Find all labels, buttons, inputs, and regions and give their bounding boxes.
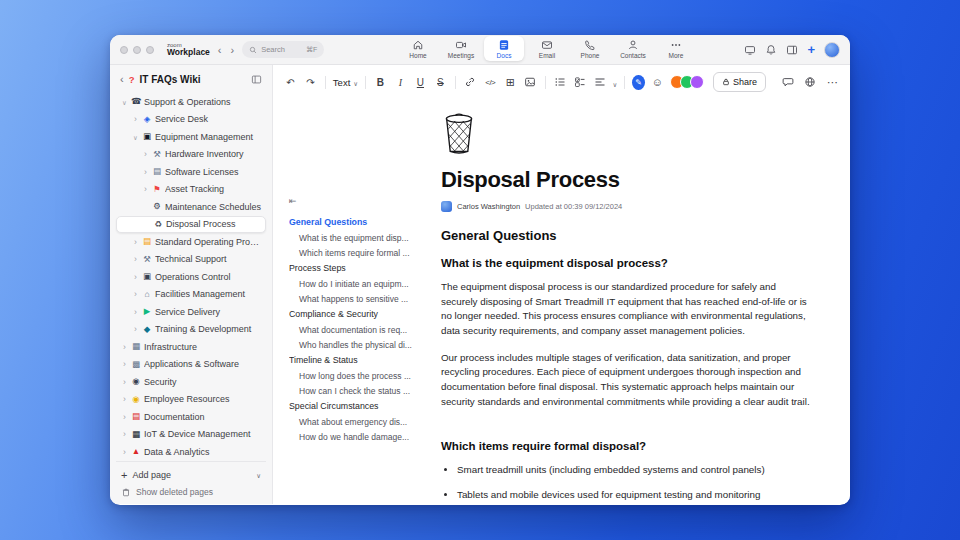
collaborator-avatar[interactable]	[690, 75, 704, 89]
nav-forward-button[interactable]	[230, 44, 236, 56]
sidebar-item-service-delivery[interactable]: ▶ Service Delivery	[116, 303, 266, 320]
sidebar-item-software-licenses[interactable]: ▤ Software Licenses	[116, 163, 266, 180]
maximize-button[interactable]	[146, 46, 154, 54]
align-icon[interactable]	[593, 74, 608, 90]
tab-meetings[interactable]: Meetings	[441, 36, 481, 61]
image-icon[interactable]	[523, 74, 538, 90]
outline-section-link[interactable]: Timeline & Status	[289, 352, 431, 368]
italic-button[interactable]: I	[393, 74, 408, 90]
more-options-icon[interactable]	[825, 74, 840, 90]
chevron-right-icon[interactable]	[132, 272, 139, 282]
sidebar-back-icon[interactable]	[120, 73, 124, 85]
tab-docs[interactable]: Docs	[484, 36, 524, 61]
outline-item-link[interactable]: How do I initiate an equipm...	[289, 276, 431, 291]
collapse-sidebar-icon[interactable]	[251, 74, 262, 85]
notifications-bell-icon[interactable]	[765, 44, 777, 56]
chevron-right-icon[interactable]	[121, 447, 128, 457]
sidebar-item-facilities-management[interactable]: ⌂ Facilities Management	[116, 286, 266, 303]
chevron-right-icon[interactable]	[142, 184, 149, 194]
chevron-right-icon[interactable]	[121, 377, 128, 387]
chevron-right-icon[interactable]	[142, 149, 149, 159]
collapse-outline-icon[interactable]	[289, 196, 431, 206]
code-icon[interactable]: </>	[483, 74, 498, 90]
sidebar-item-hardware-inventory[interactable]: ⚒ Hardware Inventory	[116, 146, 266, 163]
redo-icon[interactable]	[303, 74, 318, 90]
chevron-down-icon[interactable]	[132, 132, 139, 142]
user-avatar[interactable]	[824, 42, 840, 58]
chevron-down-icon[interactable]	[613, 73, 618, 91]
chevron-right-icon[interactable]	[132, 237, 139, 247]
bulleted-list-icon[interactable]	[553, 74, 568, 90]
outline-section-link[interactable]: Special Circumstances	[289, 398, 431, 414]
sidebar-item-asset-tracking[interactable]: ⚑ Asset Tracking	[116, 181, 266, 198]
chevron-down-icon[interactable]	[256, 470, 261, 480]
outline-item-link[interactable]: How can I check the status ...	[289, 383, 431, 398]
outline-item-link[interactable]: How long does the process ...	[289, 368, 431, 383]
share-button[interactable]: Share	[713, 72, 766, 92]
sidebar-item-support-operations[interactable]: ☎ Support & Operations	[116, 93, 266, 110]
tab-contacts[interactable]: Contacts	[613, 36, 653, 61]
tab-home[interactable]: Home	[398, 36, 438, 61]
sidebar-item-technical-support[interactable]: ⚒ Technical Support	[116, 251, 266, 268]
sidebar-item-training-development[interactable]: ◆ Training & Development	[116, 321, 266, 338]
close-button[interactable]	[120, 46, 128, 54]
underline-button[interactable]: U	[413, 74, 428, 90]
sidebar-item-equipment-management[interactable]: ▣ Equipment Management	[116, 128, 266, 145]
chevron-right-icon[interactable]	[121, 394, 128, 404]
text-style-selector[interactable]: Text	[333, 77, 358, 88]
new-item-plus-button[interactable]: +	[807, 43, 815, 56]
sidebar-item-iot-device-management[interactable]: ▦ IoT & Device Management	[116, 426, 266, 443]
table-icon[interactable]	[503, 74, 518, 90]
screen-share-icon[interactable]	[744, 44, 756, 56]
chevron-right-icon[interactable]	[121, 412, 128, 422]
outline-item-link[interactable]: How do we handle damage...	[289, 429, 431, 444]
nav-back-button[interactable]	[217, 44, 223, 56]
chevron-right-icon[interactable]	[132, 114, 139, 124]
minimize-button[interactable]	[133, 46, 141, 54]
sidebar-item-applications-software[interactable]: ▩ Applications & Software	[116, 356, 266, 373]
checklist-icon[interactable]	[573, 74, 588, 90]
sidebar-item-infrastructure[interactable]: ▦ Infrastructure	[116, 338, 266, 355]
sidebar-item-service-desk[interactable]: ◈ Service Desk	[116, 111, 266, 128]
sidebar-item-disposal-process[interactable]: ♻ Disposal Process	[116, 216, 266, 233]
chevron-right-icon[interactable]	[132, 307, 139, 317]
global-search-input[interactable]: Search ⌘F	[242, 41, 324, 58]
sidebar-item-standard-operating-procedures[interactable]: ▤ Standard Operating Procedures	[116, 233, 266, 250]
tab-phone[interactable]: Phone	[570, 36, 610, 61]
chevron-right-icon[interactable]	[121, 342, 128, 352]
bold-button[interactable]: B	[373, 74, 388, 90]
globe-icon[interactable]	[803, 74, 818, 90]
panel-layout-icon[interactable]	[786, 44, 798, 56]
comment-icon[interactable]	[781, 74, 796, 90]
outline-item-link[interactable]: Who handles the physical di...	[289, 337, 431, 352]
sidebar-item-documentation[interactable]: ▤ Documentation	[116, 408, 266, 425]
outline-item-link[interactable]: Which items require formal ...	[289, 245, 431, 260]
outline-section-link[interactable]: Compliance & Security	[289, 306, 431, 322]
chevron-right-icon[interactable]	[132, 324, 139, 334]
sidebar-item-data-analytics[interactable]: ▲ Data & Analytics	[116, 443, 266, 460]
chevron-right-icon[interactable]	[142, 167, 149, 177]
tab-more[interactable]: More	[656, 36, 696, 61]
outline-item-link[interactable]: What documentation is req...	[289, 322, 431, 337]
outline-item-link[interactable]: What about emergency dis...	[289, 414, 431, 429]
chevron-right-icon[interactable]	[132, 254, 139, 264]
tab-email[interactable]: Email	[527, 36, 567, 61]
show-deleted-pages-button[interactable]: Show deleted pages	[116, 484, 266, 501]
outline-section-link[interactable]: Process Steps	[289, 260, 431, 276]
chevron-right-icon[interactable]	[121, 359, 128, 369]
outline-item-link[interactable]: What happens to sensitive ...	[289, 291, 431, 306]
add-page-button[interactable]: Add page	[116, 467, 266, 484]
strikethrough-button[interactable]: S	[433, 74, 448, 90]
sidebar-item-security[interactable]: ◉ Security	[116, 373, 266, 390]
outline-item-link[interactable]: What is the equipment disp...	[289, 230, 431, 245]
ai-companion-button[interactable]: ✎	[632, 75, 645, 90]
sidebar-item-maintenance-schedules[interactable]: ⚙ Maintenance Schedules	[116, 198, 266, 215]
doc-content[interactable]: Disposal Process Carlos Washington Updat…	[441, 99, 850, 504]
emoji-icon[interactable]	[650, 74, 665, 90]
undo-icon[interactable]	[283, 74, 298, 90]
chevron-right-icon[interactable]	[132, 289, 139, 299]
outline-section-link[interactable]: General Questions	[289, 214, 431, 230]
chevron-right-icon[interactable]	[121, 429, 128, 439]
sidebar-item-operations-control[interactable]: ▣ Operations Control	[116, 268, 266, 285]
sidebar-item-employee-resources[interactable]: ◉ Employee Resources	[116, 391, 266, 408]
